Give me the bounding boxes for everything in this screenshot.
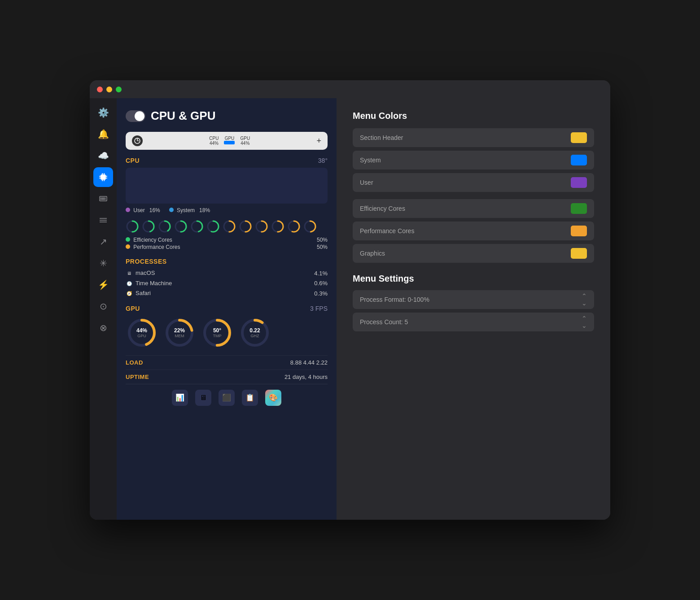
maximize-button[interactable]	[116, 87, 122, 92]
system-legend: System 18%	[169, 207, 210, 213]
svg-rect-10	[101, 197, 101, 200]
performance-dot	[126, 244, 130, 249]
gauge-tmp: 50° TMP	[201, 317, 233, 349]
core-circle-11	[303, 220, 317, 233]
color-swatch-efficiency-cores[interactable]	[571, 203, 587, 214]
core-circle-5	[206, 220, 220, 233]
core-circle-6	[223, 220, 236, 233]
load-label: LOAD	[126, 359, 143, 366]
gpu-gauges: 44% GPU 22% MEM 50° TMP 0.22 GHZ	[126, 317, 328, 349]
sidebar-item-chain[interactable]: ⊗	[93, 318, 113, 338]
right-panel: Menu Colors Section Header System User E…	[337, 98, 610, 520]
core-circle-1	[142, 220, 155, 233]
color-row-efficiency-cores: Efficiency Cores	[353, 199, 594, 218]
cpu-section-header: CPU 38°	[126, 157, 328, 164]
bottom-toolbar: 📊 🖥 ⬛ 📋 🎨	[126, 384, 328, 406]
sidebar-item-disk[interactable]	[93, 210, 113, 230]
app-window: ⚙️ 🔔 ☁️	[90, 80, 610, 520]
system-dot	[169, 208, 174, 212]
uptime-value: 21 days, 4 hours	[284, 374, 328, 380]
settings-button[interactable]: 🎨	[265, 390, 281, 406]
process-row-timemachine: 🕐Time Machine 0.6%	[126, 278, 328, 289]
info-button[interactable]: 📋	[242, 390, 258, 406]
core-circle-7	[239, 220, 252, 233]
core-legend: Efficiency Cores 50% Performance Cores 5…	[126, 237, 328, 250]
color-swatch-performance-cores[interactable]	[571, 226, 587, 236]
sidebar-item-cpu[interactable]	[93, 167, 113, 187]
svg-rect-12	[103, 197, 104, 200]
gpu-stat1: GPU	[224, 136, 235, 146]
timemachine-icon: 🕐	[126, 280, 133, 287]
svg-rect-6	[99, 178, 101, 178]
svg-rect-3	[102, 179, 103, 181]
sidebar-item-notifications[interactable]: 🔔	[93, 124, 113, 144]
color-swatch-system[interactable]	[571, 155, 587, 165]
sidebar-item-settings[interactable]: ⚙️	[93, 103, 113, 122]
cpu-chart	[126, 168, 328, 204]
main-panel: CPU & GPU CPU 44% GPU	[117, 98, 337, 520]
gpu-monitor-button[interactable]: 🖥	[195, 390, 211, 406]
user-dot	[126, 208, 130, 212]
terminal-button[interactable]: ⬛	[219, 390, 235, 406]
svg-rect-13	[105, 197, 105, 200]
sidebar-item-battery[interactable]: ⚡	[93, 275, 113, 295]
sidebar-item-cloud[interactable]: ☁️	[93, 146, 113, 165]
color-row-graphics: Graphics	[353, 244, 594, 263]
cpu-label: CPU	[126, 157, 140, 164]
gauge-ghz: 0.22 GHZ	[239, 317, 271, 349]
sidebar-item-network[interactable]: ↗	[93, 232, 113, 252]
gpu-stat2: GPU 44%	[240, 136, 250, 146]
color-row-performance-cores: Performance Cores	[353, 222, 594, 240]
sidebar-item-dial[interactable]: ⊙	[93, 296, 113, 316]
load-row: LOAD 8.88 4.44 2.22	[126, 355, 328, 370]
core-circle-10	[287, 220, 301, 233]
enable-toggle[interactable]	[126, 110, 145, 122]
uptime-label: UPTIME	[126, 374, 149, 380]
gpu-label: GPU	[126, 305, 140, 312]
settings-row[interactable]: Process Count: 5 ⌃⌄	[353, 313, 594, 331]
menu-bar-preview: CPU 44% GPU GPU 44% +	[126, 132, 328, 150]
core-circle-8	[255, 220, 268, 233]
chevron-down-icon: ⌃⌄	[582, 292, 587, 307]
chevron-down-icon: ⌃⌄	[582, 315, 587, 329]
svg-rect-1	[102, 173, 103, 175]
sidebar: ⚙️ 🔔 ☁️	[90, 98, 117, 520]
core-circle-0	[126, 220, 139, 233]
gpu-bar	[224, 141, 235, 144]
gpu-fps: 3 FPS	[310, 305, 328, 312]
svg-rect-2	[104, 173, 105, 175]
color-row-section-header: Section Header	[353, 128, 594, 147]
panel-header: CPU & GPU	[126, 109, 328, 123]
menu-colors-title: Menu Colors	[353, 111, 594, 121]
activity-monitor-button[interactable]: 📊	[172, 390, 188, 406]
minimize-button[interactable]	[106, 87, 112, 92]
efficiency-legend: Efficiency Cores 50%	[126, 237, 328, 243]
sidebar-item-fan[interactable]: ✳	[93, 253, 113, 273]
color-swatch-user[interactable]	[571, 177, 587, 188]
svg-rect-8	[105, 178, 107, 178]
load-value: 8.88 4.44 2.22	[290, 359, 328, 366]
add-menu-button[interactable]: +	[316, 136, 321, 146]
sidebar-item-memory[interactable]	[93, 189, 113, 209]
core-circle-4	[190, 220, 204, 233]
process-row-macos: 🖥macOS 4.1%	[126, 268, 328, 278]
color-row-user: User	[353, 173, 594, 192]
color-swatch-graphics[interactable]	[571, 248, 587, 259]
svg-rect-11	[102, 197, 103, 200]
svg-rect-5	[99, 176, 101, 177]
panel-title: CPU & GPU	[151, 109, 215, 123]
chart-legend: User 16% System 18%	[126, 207, 328, 213]
cpu-stat: CPU 44%	[209, 136, 219, 146]
gpu-bar-fill	[224, 141, 235, 144]
close-button[interactable]	[97, 87, 103, 92]
menu-bar-icon	[132, 135, 143, 146]
settings-row[interactable]: Process Format: 0-100% ⌃⌄	[353, 290, 594, 309]
gpu-section: GPU 3 FPS 44% GPU 22% MEM 50°	[126, 305, 328, 349]
performance-legend: Performance Cores 50%	[126, 244, 328, 250]
gpu-header: GPU 3 FPS	[126, 305, 328, 312]
svg-rect-4	[104, 179, 105, 181]
gauge-gpu: 44% GPU	[126, 317, 158, 349]
svg-rect-7	[105, 176, 107, 177]
color-swatch-section-header[interactable]	[571, 132, 587, 143]
core-circle-3	[174, 220, 188, 233]
